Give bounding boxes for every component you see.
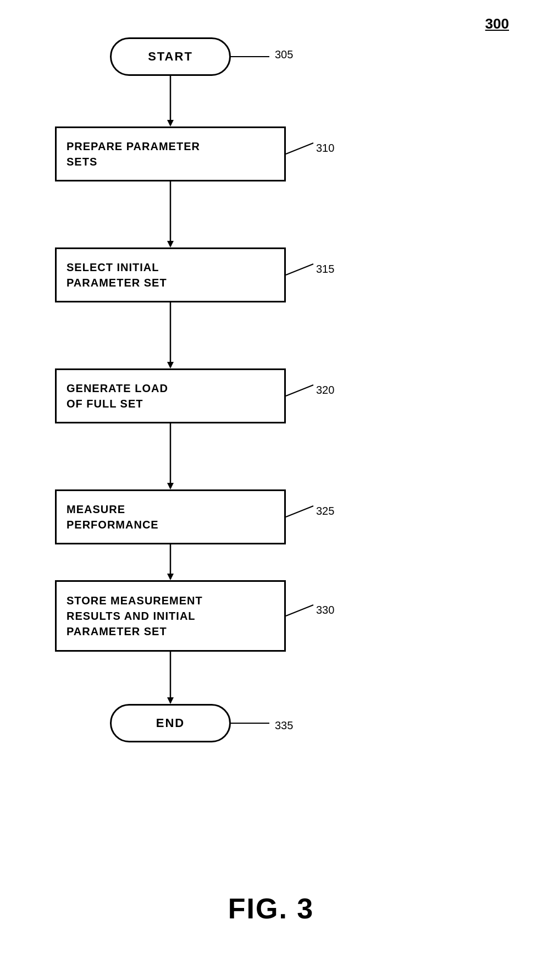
ref-315: 315 [316,263,334,276]
svg-marker-5 [167,362,174,368]
svg-marker-3 [167,241,174,247]
svg-line-16 [286,506,313,517]
step-315: SELECT INITIALPARAMETER SET [55,247,286,302]
ref-310: 310 [316,142,334,155]
ref-320: 320 [316,384,334,397]
svg-line-15 [286,385,313,396]
svg-marker-7 [167,483,174,489]
svg-line-14 [286,264,313,275]
svg-marker-11 [167,697,174,704]
flowchart-diagram: 300 STAR [0,0,542,980]
step-320: GENERATE LOADOF FULL SET [55,368,286,423]
ref-305: 305 [275,48,293,61]
ref-335: 335 [275,719,293,732]
figure-label: FIG. 3 [228,892,314,925]
start-node: START [110,37,231,76]
svg-marker-1 [167,120,174,126]
step-330: STORE MEASUREMENTRESULTS AND INITIALPARA… [55,580,286,652]
svg-line-17 [286,605,313,616]
svg-marker-9 [167,574,174,580]
svg-line-13 [286,143,313,154]
diagram-number: 300 [485,15,509,32]
ref-330: 330 [316,604,334,616]
ref-325: 325 [316,505,334,517]
step-310: PREPARE PARAMETERSETS [55,126,286,181]
step-325: MEASUREPERFORMANCE [55,489,286,544]
end-node: END [110,704,231,742]
